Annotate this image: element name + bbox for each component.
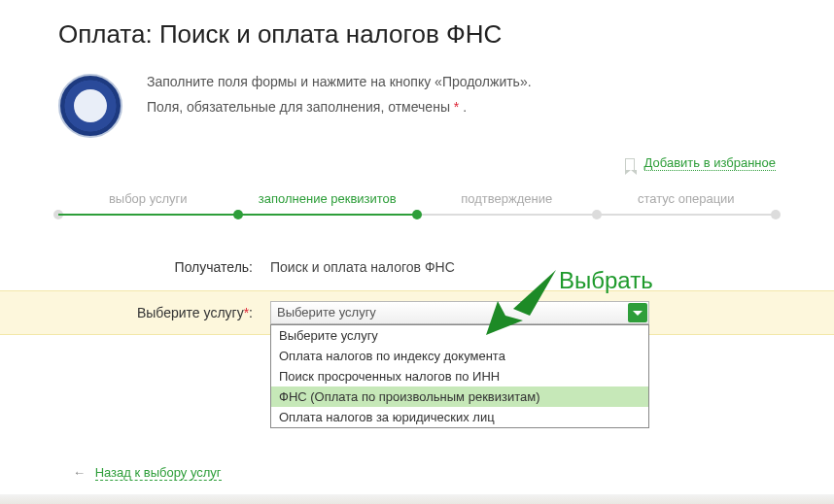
service-select-label-text: Выберите услугу: [137, 305, 244, 320]
step-label: подтверждение: [461, 191, 552, 206]
step-dot: [771, 210, 781, 219]
service-select-current: Выберите услугу: [277, 305, 376, 319]
step-dot: [412, 210, 422, 219]
step-select-service: выбор услуги: [58, 191, 238, 219]
step-label: статус операции: [638, 191, 735, 206]
step-dot: [592, 210, 602, 219]
fns-logo: [58, 74, 122, 138]
recipient-row: Получатель: Поиск и оплата налогов ФНС: [58, 253, 776, 281]
annotation-select-hint: Выбрать: [559, 267, 653, 294]
intro-line-2a: Поля, обязательные для заполнения, отмеч…: [147, 99, 454, 115]
service-select-dropdown[interactable]: Выберите услугуОплата налогов по индексу…: [270, 324, 649, 428]
step-status: статус операции: [597, 191, 777, 219]
chevron-down-icon[interactable]: [628, 303, 647, 322]
service-select-option[interactable]: Выберите услугу: [271, 325, 648, 346]
annotation-arrow-icon: [476, 262, 564, 340]
step-dot: [233, 210, 243, 219]
service-select-option[interactable]: Поиск просроченных налогов по ИНН: [271, 366, 648, 386]
back-link[interactable]: Назад к выбору услуг: [95, 465, 222, 481]
arrow-left-icon: ←: [73, 465, 86, 480]
intro-line-2: Поля, обязательные для заполнения, отмеч…: [147, 99, 532, 115]
service-select-label: Выберите услугу*:: [58, 305, 253, 320]
step-label: выбор услуги: [109, 191, 188, 206]
intro-line-2b: .: [459, 99, 467, 115]
service-select-option[interactable]: ФНС (Оплата по произвольным реквизитам): [271, 386, 648, 407]
service-select[interactable]: Выберите услугу: [270, 301, 649, 324]
service-select-row: Выберите услугу*: Выберите услугу Выбери…: [0, 290, 834, 335]
service-select-option[interactable]: Оплата налогов по индексу документа: [271, 346, 648, 366]
svg-marker-1: [513, 270, 556, 316]
step-fill-requisites: заполнение реквизитов: [238, 191, 418, 219]
service-select-option[interactable]: Оплата налогов за юридических лиц: [271, 407, 648, 427]
bookmark-icon: [625, 158, 635, 170]
intro-line-1: Заполните поля формы и нажмите на кнопку…: [147, 74, 532, 89]
step-label: заполнение реквизитов: [259, 191, 397, 206]
service-select-label-suffix: :: [249, 305, 253, 320]
add-favorite-link[interactable]: Добавить в избранное: [644, 155, 776, 171]
intro-block: Заполните поля формы и нажмите на кнопку…: [58, 74, 776, 138]
step-confirmation: подтверждение: [417, 191, 597, 219]
page-shadow: [0, 494, 834, 504]
page-title: Оплата: Поиск и оплата налогов ФНС: [58, 19, 776, 50]
recipient-label: Получатель:: [58, 259, 253, 275]
progress-stepper: выбор услуги заполнение реквизитов подтв…: [58, 191, 776, 219]
